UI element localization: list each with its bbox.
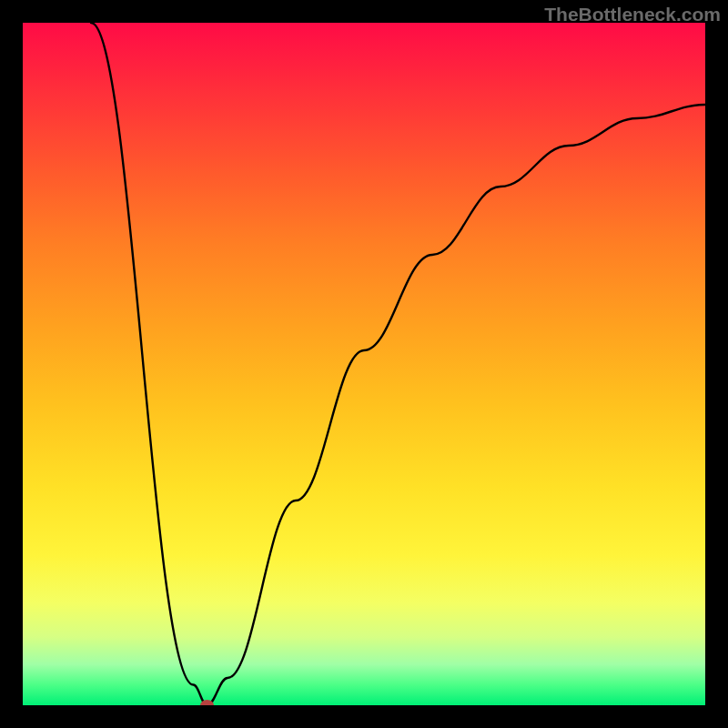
plot-frame [23, 23, 705, 705]
bottleneck-curve [91, 23, 705, 705]
watermark-text: TheBottleneck.com [544, 4, 721, 25]
chart-svg [23, 23, 705, 705]
chart-outer: TheBottleneck.com [0, 0, 728, 728]
